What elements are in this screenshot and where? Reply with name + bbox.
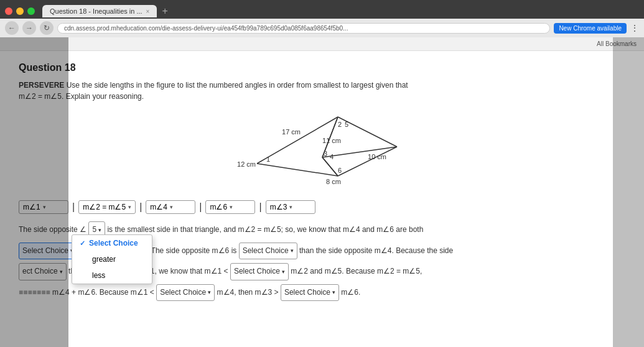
close-dot[interactable] xyxy=(5,7,12,15)
angle1-chevron-icon: ▾ xyxy=(43,204,46,210)
angle4-chevron-icon: ▾ xyxy=(170,204,173,210)
choice-value: Select Choice xyxy=(22,244,68,258)
equation-text: m∠2 = m∠5. Explain your reasoning. xyxy=(19,92,144,101)
dropdown-item-greater[interactable]: greater xyxy=(72,251,152,267)
address-text: cdn.assess.prod.mheducation.com/die-asse… xyxy=(64,25,348,32)
bookmarks-label: All Bookmarks xyxy=(597,40,637,47)
angle-label-6: 6 xyxy=(338,167,342,174)
minimize-dot[interactable] xyxy=(16,7,24,15)
choice4-select[interactable]: Select Choice ▾ xyxy=(230,263,289,280)
choice6-select[interactable]: Select Choice ▾ xyxy=(281,284,339,302)
choice5-chevron-icon: ▾ xyxy=(208,287,211,297)
choice4-chevron-icon: ▾ xyxy=(282,267,285,277)
angle-label-3: 3 xyxy=(324,150,327,157)
browser-chrome: Question 18 - Inequalities in ... × + ← … xyxy=(0,0,644,37)
line1-end: is the smallest side in that triangle, a… xyxy=(107,225,423,234)
label-12cm: 12 cm xyxy=(237,160,256,168)
line4-text3: m∠6. xyxy=(341,288,360,297)
choice2-select[interactable]: Select Choice ▾ xyxy=(239,243,297,260)
dropdown-menu: ✓ Select Choice greater less xyxy=(72,234,152,284)
forward-button[interactable]: → xyxy=(22,21,36,35)
menu-icon[interactable]: ⋮ xyxy=(630,23,639,33)
choice3-chevron-icon: ▾ xyxy=(60,267,63,277)
line4-text1: m∠4 + m∠6. Because m∠1 < xyxy=(52,288,156,297)
dropdown-item-select-choice[interactable]: ✓ Select Choice xyxy=(72,235,152,251)
choice6-value: Select Choice xyxy=(284,286,330,300)
reasoning-line4: ■■■■■■■ m∠4 + m∠6. Because m∠1 < Select … xyxy=(19,284,625,302)
angle3-select[interactable]: m∠3 ▾ xyxy=(266,200,315,214)
line4-text2: m∠4, then m∠3 > xyxy=(217,288,281,297)
question-body: Use the side lengths in the figure to li… xyxy=(67,81,408,90)
line3-text2: m∠2 and m∠5. Because m∠2 = m∠5, xyxy=(291,267,422,275)
angle1-select[interactable]: m∠1 ▾ xyxy=(19,200,68,214)
question-text: PERSEVERE Use the side lengths in the fi… xyxy=(19,80,625,102)
window-controls xyxy=(5,7,35,15)
answer-row: m∠1 ▾ | m∠2 = m∠5 ▾ | m∠4 ▾ | m∠6 ▾ | m∠… xyxy=(19,200,625,214)
page-content: Question 18 PERSEVERE Use the side lengt… xyxy=(0,51,644,347)
angle2-label: m∠2 = m∠5 xyxy=(83,203,126,211)
tab-label: Question 18 - Inequalities in ... xyxy=(50,7,142,15)
angle3-chevron-icon: ▾ xyxy=(289,204,292,210)
tab-bar: Question 18 - Inequalities in ... × + xyxy=(0,0,644,19)
choice4-value: Select Choice xyxy=(234,265,280,279)
bookmarks-bar: All Bookmarks xyxy=(0,37,644,51)
dropdown-item-less[interactable]: less xyxy=(72,267,152,284)
separator4: | xyxy=(259,201,261,213)
dropdown-option-2: less xyxy=(92,271,105,280)
angle-label-2: 2 xyxy=(338,121,342,128)
choice6-chevron-icon: ▾ xyxy=(332,287,335,297)
angle2-chevron-icon: ▾ xyxy=(128,204,131,210)
line1-start: The side opposite ∠ xyxy=(19,225,88,234)
dropdown-option-0: Select Choice xyxy=(89,239,138,248)
choice3-select[interactable]: ect Choice ▾ xyxy=(19,263,67,280)
angle4-select[interactable]: m∠4 ▾ xyxy=(146,200,195,214)
separator2: | xyxy=(139,201,142,213)
persevere-label: PERSEVERE xyxy=(19,81,64,90)
choice5-select[interactable]: Select Choice ▾ xyxy=(156,284,215,302)
back-button[interactable]: ← xyxy=(5,21,19,35)
angle-label-1: 1 xyxy=(266,155,270,163)
angle-label-4: 4 xyxy=(330,153,334,160)
active-tab[interactable]: Question 18 - Inequalities in ... × xyxy=(42,5,157,17)
tab-close-button[interactable]: × xyxy=(146,8,150,15)
new-tab-button[interactable]: + xyxy=(162,6,167,17)
choice-dropdown-open[interactable]: Select Choice ▾ xyxy=(19,243,77,260)
label-10cm: 10 cm xyxy=(368,153,386,160)
reload-button[interactable]: ↻ xyxy=(40,21,54,35)
line4-text1-hidden: ■■■■■■■ xyxy=(19,288,50,297)
angle2-select[interactable]: m∠2 = m∠5 ▾ xyxy=(78,200,136,214)
angle-label-5: 5 xyxy=(345,121,348,128)
label-11cm: 11 cm xyxy=(322,137,341,144)
nav-bar: ← → ↻ cdn.assess.prod.mheducation.com/di… xyxy=(0,19,644,37)
angle4-label: m∠4 xyxy=(150,203,167,211)
address-bar[interactable]: cdn.assess.prod.mheducation.com/die-asse… xyxy=(57,23,550,34)
angle3-label: m∠3 xyxy=(270,203,287,211)
line2-text2: than the side opposite m∠4. Because the … xyxy=(299,246,453,255)
checkmark-icon: ✓ xyxy=(80,239,85,248)
angle6-chevron-icon: ▾ xyxy=(230,204,233,210)
question-title: Question 18 xyxy=(19,62,625,73)
angle6-label: m∠6 xyxy=(210,203,227,211)
figure-container: 17 cm 12 cm 11 cm 10 cm 8 cm 1 2 5 3 4 6 xyxy=(19,111,625,192)
angle6-select[interactable]: m∠6 ▾ xyxy=(205,200,255,214)
label-17cm: 17 cm xyxy=(282,128,301,136)
angle1-label: m∠1 xyxy=(23,203,40,211)
choice2-chevron-icon: ▾ xyxy=(291,246,294,256)
label-8cm: 8 cm xyxy=(326,178,341,185)
maximize-dot[interactable] xyxy=(27,7,35,15)
svg-line-3 xyxy=(257,164,338,176)
geometry-figure: 17 cm 12 cm 11 cm 10 cm 8 cm 1 2 5 3 4 6 xyxy=(223,111,422,192)
choice2-value: Select Choice xyxy=(243,244,289,258)
new-chrome-button[interactable]: New Chrome available xyxy=(554,23,627,34)
dropdown-option-1: greater xyxy=(92,255,116,264)
choice5-value: Select Choice xyxy=(160,286,206,300)
angle5-chevron-icon: ▾ xyxy=(98,225,101,235)
separator1: | xyxy=(72,201,75,213)
choice3-value: ect Choice xyxy=(22,265,58,279)
separator3: | xyxy=(199,201,202,213)
